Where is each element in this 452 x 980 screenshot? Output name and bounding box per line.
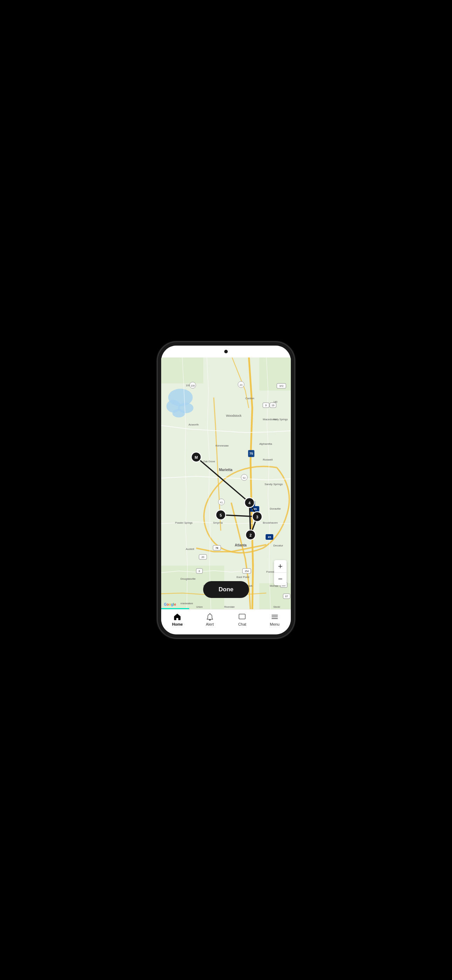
svg-text:Alpharetta: Alpharetta [259,442,272,445]
svg-text:Powder Springs: Powder Springs [175,522,193,524]
svg-text:Brookhaven: Brookhaven [263,521,278,524]
svg-text:5: 5 [220,513,222,517]
svg-text:20: 20 [202,556,204,558]
screen: 75 Woodstock Acworth Kennesaw Marietta A… [161,345,291,635]
tab-menu[interactable]: Menu [259,612,291,626]
svg-text:19: 19 [272,404,274,407]
svg-text:92: 92 [243,477,246,479]
svg-text:Decatur: Decatur [273,544,283,547]
bell-icon [205,612,215,621]
svg-text:9: 9 [265,404,267,407]
svg-text:Austell: Austell [186,547,194,550]
svg-text:Oak Grove: Oak Grove [203,460,215,463]
svg-text:Acworth: Acworth [188,423,199,426]
notch-area [161,345,291,358]
zoom-in-button[interactable]: + [274,560,286,573]
svg-text:Douglasville: Douglasville [180,577,196,581]
svg-text:Atlanta: Atlanta [235,543,247,547]
svg-text:Woodstock: Woodstock [226,414,242,417]
svg-text:3: 3 [256,515,258,519]
svg-text:nneewakee: nneewakee [180,602,193,605]
svg-text:67: 67 [285,595,288,598]
tab-bar: Home Alert Chat [161,609,291,635]
google-logo: Google [164,603,176,606]
map-progress-bar [161,608,189,609]
svg-text:Stockl: Stockl [273,606,280,608]
map-container[interactable]: 75 Woodstock Acworth Kennesaw Marietta A… [161,358,291,609]
svg-text:Smyrna: Smyrna [213,521,223,524]
tab-chat-label: Chat [238,622,246,626]
phone-frame: 75 Woodstock Acworth Kennesaw Marietta A… [158,342,294,638]
svg-text:41: 41 [220,501,223,504]
tab-chat[interactable]: Chat [226,612,259,626]
svg-text:75: 75 [250,452,253,455]
svg-text:Marietta: Marietta [219,468,232,472]
done-button[interactable]: Done [203,581,249,598]
svg-text:Riverdale: Riverdale [224,606,235,608]
svg-text:2: 2 [250,533,251,537]
svg-text:372: 372 [279,385,283,387]
zoom-controls: + − [274,560,286,585]
svg-text:M: M [194,455,197,460]
svg-text:6: 6 [199,570,200,573]
svg-point-4 [172,409,185,417]
zoom-out-button[interactable]: − [274,573,286,585]
svg-text:85: 85 [268,536,271,539]
svg-text:20: 20 [240,384,242,386]
front-camera [224,350,228,353]
chat-icon [237,612,247,621]
svg-text:4: 4 [248,501,251,505]
tab-alert[interactable]: Alert [194,612,226,626]
svg-rect-5 [161,358,203,383]
menu-icon [270,612,279,621]
svg-text:78: 78 [215,547,218,549]
tab-home-label: Home [172,622,183,626]
tab-home[interactable]: Home [161,612,194,626]
svg-text:154: 154 [245,570,249,573]
svg-text:Canton: Canton [245,397,255,400]
home-icon [173,612,182,621]
svg-text:Doraville: Doraville [270,507,281,510]
tab-menu-label: Menu [270,622,280,626]
svg-text:Sandy Springs: Sandy Springs [264,483,283,486]
svg-rect-93 [239,614,245,619]
svg-text:Holly Springs: Holly Springs [273,418,288,421]
svg-text:108: 108 [191,385,195,387]
map-svg: 75 Woodstock Acworth Kennesaw Marietta A… [161,358,291,609]
svg-text:Kennesaw: Kennesaw [215,444,229,447]
tab-alert-label: Alert [206,622,214,626]
svg-text:Union: Union [196,606,202,608]
svg-text:Roswell: Roswell [263,458,272,461]
svg-text:East Point: East Point [237,576,250,579]
